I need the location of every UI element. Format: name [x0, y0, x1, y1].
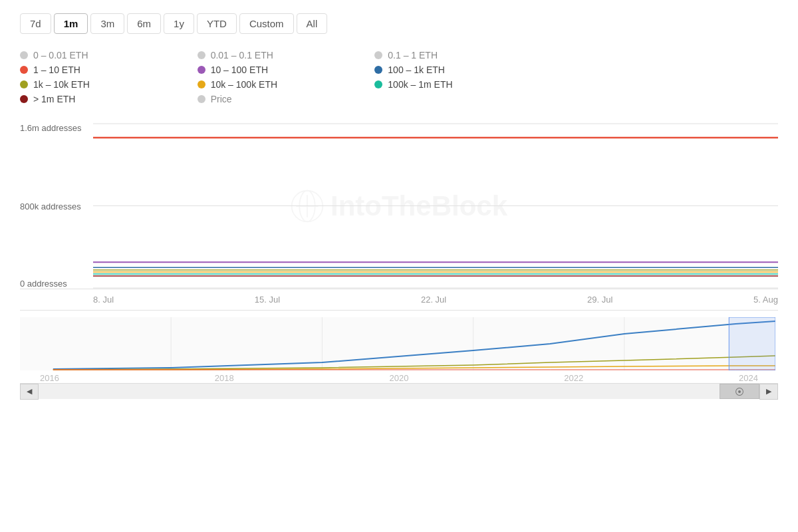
- legend-label: 0.01 – 0.1 ETH: [211, 50, 273, 61]
- time-btn-6m[interactable]: 6m: [127, 13, 161, 34]
- legend-label: 100 – 1k ETH: [388, 65, 445, 75]
- time-btn-custom[interactable]: Custom: [239, 13, 294, 34]
- time-btn-7d[interactable]: 7d: [20, 13, 51, 34]
- legend-label: 10k – 100k ETH: [211, 79, 277, 90]
- time-btn-all[interactable]: All: [297, 13, 328, 34]
- legend-item: 100 – 1k ETH: [374, 65, 539, 75]
- scrollbar-area[interactable]: ◀ ⦿ ▶: [20, 383, 778, 399]
- x-axis-label: 15. Jul: [255, 295, 280, 305]
- scroll-right-button[interactable]: ▶: [759, 384, 778, 400]
- legend-item: 100k – 1m ETH: [374, 79, 539, 90]
- legend-dot: [20, 95, 28, 103]
- time-btn-ytd[interactable]: YTD: [197, 13, 237, 34]
- legend-label: 100k – 1m ETH: [388, 79, 452, 90]
- legend: 0 – 0.01 ETH0.01 – 0.1 ETH0.1 – 1 ETH1 –…: [20, 50, 539, 104]
- legend-dot: [198, 80, 205, 88]
- mini-year-label: 2016: [40, 373, 59, 383]
- mini-year-label: 2022: [564, 373, 583, 383]
- x-axis-label: 29. Jul: [587, 295, 612, 305]
- legend-item: Price: [198, 94, 362, 104]
- mini-year-label: 2018: [215, 373, 234, 383]
- mini-chart-svg: [20, 317, 775, 370]
- legend-item: 1 – 10 ETH: [20, 65, 184, 75]
- legend-label: 10 – 100 ETH: [211, 65, 268, 75]
- legend-label: Price: [211, 94, 232, 104]
- time-btn-1m[interactable]: 1m: [54, 13, 88, 34]
- legend-label: 1k – 10k ETH: [33, 79, 90, 90]
- time-btn-3m[interactable]: 3m: [90, 13, 124, 34]
- legend-dot: [20, 51, 28, 59]
- legend-dot: [374, 51, 382, 59]
- scroll-track[interactable]: ⦿: [39, 384, 759, 399]
- main-container: 7d1m3m6m1yYTDCustomAll 0 – 0.01 ETH0.01 …: [0, 0, 798, 532]
- mini-chart-container: 20162018202020222024: [20, 310, 778, 383]
- x-axis-label: 8. Jul: [93, 295, 114, 305]
- legend-dot: [198, 95, 205, 103]
- legend-item: 10k – 100k ETH: [198, 79, 362, 90]
- svg-rect-14: [20, 317, 775, 370]
- legend-item: 10 – 100 ETH: [198, 65, 362, 75]
- legend-label: 0 – 0.01 ETH: [33, 50, 88, 61]
- y-label-bottom: 0 addresses: [20, 279, 67, 289]
- legend-dot: [374, 66, 382, 74]
- scroll-left-button[interactable]: ◀: [20, 384, 39, 400]
- main-chart-area: 1.6m addresses 800k addresses 0 addresse…: [20, 123, 778, 289]
- legend-item: 1k – 10k ETH: [20, 79, 184, 90]
- legend-dot: [198, 66, 205, 74]
- scroll-thumb[interactable]: ⦿: [720, 384, 759, 399]
- time-btn-1y[interactable]: 1y: [164, 13, 194, 34]
- svg-rect-19: [729, 317, 775, 370]
- legend-dot: [20, 80, 28, 88]
- mini-year-labels: 20162018202020222024: [20, 373, 778, 383]
- x-axis-label: 5. Aug: [753, 295, 778, 305]
- legend-label: 0.1 – 1 ETH: [388, 50, 438, 61]
- legend-item: 0.1 – 1 ETH: [374, 50, 539, 61]
- mini-year-label: 2020: [390, 373, 409, 383]
- y-label-top: 1.6m addresses: [20, 123, 82, 133]
- x-axis-label: 22. Jul: [421, 295, 446, 305]
- legend-item: 0 – 0.01 ETH: [20, 50, 184, 61]
- legend-dot: [20, 66, 28, 74]
- x-axis: 8. Jul15. Jul22. Jul29. Jul5. Aug: [20, 289, 778, 310]
- y-label-mid: 800k addresses: [20, 201, 81, 211]
- legend-label: > 1m ETH: [33, 94, 75, 104]
- time-controls: 7d1m3m6m1yYTDCustomAll: [20, 13, 778, 34]
- mini-year-label: 2024: [739, 373, 758, 383]
- main-chart-svg: [93, 123, 778, 289]
- legend-dot: [374, 80, 382, 88]
- legend-item: 0.01 – 0.1 ETH: [198, 50, 362, 61]
- legend-item: > 1m ETH: [20, 94, 184, 104]
- legend-dot: [198, 51, 205, 59]
- legend-label: 1 – 10 ETH: [33, 65, 80, 75]
